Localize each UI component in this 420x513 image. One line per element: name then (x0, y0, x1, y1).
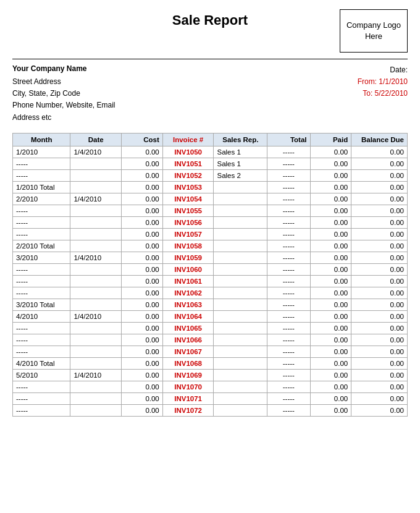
table-row: -----0.00INV1071-----0.000.00 (13, 392, 408, 404)
cell-total: ----- (267, 357, 310, 369)
cell-month: ----- (13, 322, 70, 334)
cell-paid: 0.00 (310, 252, 351, 263)
cell-month: 1/2010 Total (13, 181, 70, 193)
cell-month: ----- (13, 205, 70, 216)
table-row: -----0.00INV1062-----0.000.00 (13, 287, 408, 299)
header-balance: Balance Due (351, 133, 408, 146)
cell-invoice: INV1063 (162, 299, 214, 310)
cell-balance: 0.00 (351, 205, 408, 216)
cell-balance: 0.00 (351, 404, 408, 416)
cell-paid: 0.00 (310, 240, 351, 252)
cell-salesrep (214, 299, 267, 310)
cell-balance: 0.00 (351, 275, 408, 287)
cell-paid: 0.00 (310, 169, 351, 181)
company-address: Street Address City, State, Zip Code Pho… (12, 76, 358, 124)
cell-paid: 0.00 (310, 404, 351, 416)
table-body: 1/20101/4/20100.00INV1050Sales 1-----0.0… (13, 146, 408, 416)
cell-cost: 0.00 (122, 263, 163, 275)
cell-month: 4/2010 Total (13, 357, 70, 369)
cell-salesrep (214, 181, 267, 193)
cell-cost: 0.00 (122, 181, 163, 193)
cell-salesrep (214, 404, 267, 416)
cell-cost: 0.00 (122, 299, 163, 310)
cell-balance: 0.00 (351, 369, 408, 381)
cell-cost: 0.00 (122, 334, 163, 346)
header-month: Month (13, 133, 70, 146)
cell-month: ----- (13, 404, 70, 416)
cell-total: ----- (267, 346, 310, 357)
cell-salesrep (214, 240, 267, 252)
cell-cost: 0.00 (122, 322, 163, 334)
cell-paid: 0.00 (310, 369, 351, 381)
cell-total: ----- (267, 287, 310, 299)
cell-month: ----- (13, 169, 70, 181)
cell-invoice: INV1056 (162, 216, 214, 228)
date-from: From: 1/1/2010 (358, 76, 408, 88)
cell-paid: 0.00 (310, 357, 351, 369)
cell-paid: 0.00 (310, 158, 351, 169)
cell-total: ----- (267, 252, 310, 263)
cell-balance: 0.00 (351, 299, 408, 310)
cell-salesrep (214, 275, 267, 287)
cell-total: ----- (267, 334, 310, 346)
cell-date (70, 381, 122, 392)
cell-invoice: INV1059 (162, 252, 214, 263)
cell-paid: 0.00 (310, 381, 351, 392)
cell-paid: 0.00 (310, 322, 351, 334)
cell-invoice: INV1053 (162, 181, 214, 193)
date-label: Date: (358, 64, 408, 76)
cell-salesrep (214, 252, 267, 263)
table-row: 1/2010 Total0.00INV1053-----0.000.00 (13, 181, 408, 193)
cell-cost: 0.00 (122, 240, 163, 252)
cell-salesrep (214, 346, 267, 357)
cell-invoice: INV1066 (162, 334, 214, 346)
cell-date (70, 158, 122, 169)
cell-total: ----- (267, 322, 310, 334)
cell-salesrep (214, 369, 267, 381)
cell-salesrep (214, 381, 267, 392)
address-line4: Address etc (12, 112, 358, 124)
cell-invoice: INV1052 (162, 169, 214, 181)
cell-date (70, 228, 122, 240)
cell-month: ----- (13, 334, 70, 346)
cell-balance: 0.00 (351, 181, 408, 193)
cell-month: 3/2010 Total (13, 299, 70, 310)
cell-salesrep (214, 216, 267, 228)
cell-invoice: INV1064 (162, 310, 214, 322)
cell-invoice: INV1067 (162, 346, 214, 357)
cell-invoice: INV1060 (162, 263, 214, 275)
sales-report-table: Month Date Cost Invoice # Sales Rep. Tot… (12, 133, 408, 417)
cell-salesrep (214, 357, 267, 369)
cell-date (70, 357, 122, 369)
cell-salesrep (214, 205, 267, 216)
cell-cost: 0.00 (122, 346, 163, 357)
table-row: -----0.00INV1057-----0.000.00 (13, 228, 408, 240)
cell-date (70, 240, 122, 252)
table-row: -----0.00INV1065-----0.000.00 (13, 322, 408, 334)
cell-salesrep (214, 334, 267, 346)
cell-salesrep: Sales 1 (214, 146, 267, 158)
cell-date: 1/4/2010 (70, 369, 122, 381)
cell-invoice: INV1062 (162, 287, 214, 299)
cell-cost: 0.00 (122, 252, 163, 263)
cell-paid: 0.00 (310, 299, 351, 310)
cell-balance: 0.00 (351, 252, 408, 263)
cell-cost: 0.00 (122, 404, 163, 416)
cell-balance: 0.00 (351, 146, 408, 158)
company-name: Your Company Name (12, 64, 358, 73)
cell-invoice: INV1050 (162, 146, 214, 158)
cell-total: ----- (267, 181, 310, 193)
header-salesrep: Sales Rep. (214, 133, 267, 146)
cell-date: 1/4/2010 (70, 252, 122, 263)
cell-balance: 0.00 (351, 263, 408, 275)
table-row: -----0.00INV1067-----0.000.00 (13, 346, 408, 357)
cell-paid: 0.00 (310, 146, 351, 158)
cell-balance: 0.00 (351, 158, 408, 169)
cell-salesrep (214, 287, 267, 299)
cell-balance: 0.00 (351, 193, 408, 205)
cell-total: ----- (267, 193, 310, 205)
cell-cost: 0.00 (122, 193, 163, 205)
address-line3: Phone Number, Website, Email (12, 100, 358, 111)
cell-total: ----- (267, 381, 310, 392)
cell-cost: 0.00 (122, 381, 163, 392)
